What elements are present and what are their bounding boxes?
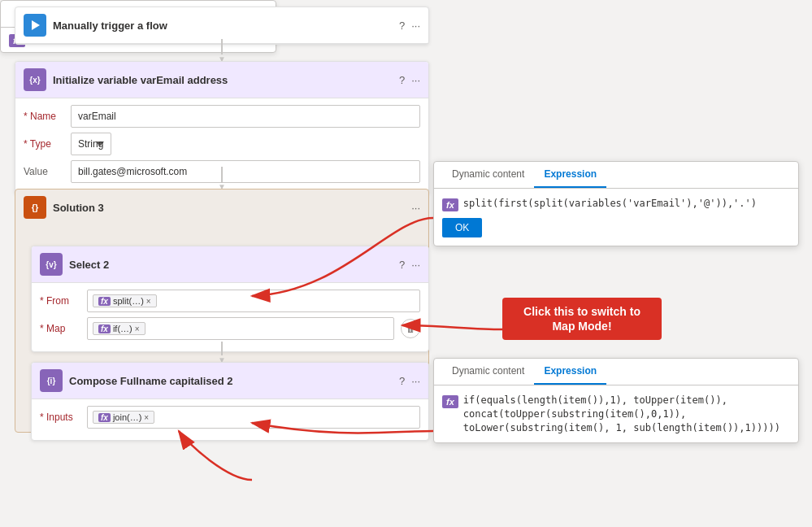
trigger-title: Manually trigger a flow: [53, 20, 393, 32]
inputs-label: * Inputs: [40, 412, 80, 423]
select2-more-icon[interactable]: ···: [411, 259, 420, 271]
type-label: * Type: [24, 138, 64, 150]
map-label: * Map: [40, 323, 80, 334]
init-help-icon[interactable]: ?: [399, 74, 405, 86]
connector-1: ▼: [218, 39, 226, 63]
solution-icon: {}: [24, 196, 46, 219]
inputs-token-close[interactable]: ×: [144, 413, 149, 422]
fx-badge-bottom: fx: [442, 395, 458, 408]
help-icon[interactable]: ?: [399, 20, 405, 32]
solution-title: Solution 3: [53, 202, 405, 214]
inputs-input[interactable]: fx join(…) ×: [87, 406, 420, 429]
tab-expression-bottom[interactable]: Expression: [534, 359, 606, 385]
from-token-close[interactable]: ×: [146, 297, 151, 306]
select2-title: Select 2: [69, 259, 393, 271]
select2-icon: {v}: [40, 253, 63, 276]
map-token: fx if(…) ×: [93, 322, 145, 335]
connector-3: ▼: [218, 342, 226, 364]
ok-button[interactable]: OK: [442, 218, 482, 237]
map-fx-badge: fx: [98, 324, 111, 333]
expression-top[interactable]: split(first(split(variables('varEmail'),…: [463, 197, 757, 211]
dynamic-panel-top: Dynamic content Expression fx split(firs…: [433, 161, 799, 246]
annotation-box: Click this to switch to Map Mode!: [502, 298, 662, 340]
map-delete-button[interactable]: 🗑: [401, 319, 420, 338]
inputs-fx-badge: fx: [98, 413, 111, 422]
name-input[interactable]: [71, 105, 420, 128]
select2-help-icon[interactable]: ?: [399, 259, 405, 271]
from-input[interactable]: fx split(…) ×: [87, 290, 420, 312]
trigger-icon: [24, 14, 46, 37]
expression-bottom: if(equals(length(item()),1), toUpper(ite…: [463, 394, 780, 434]
compose-icon: {i}: [40, 369, 63, 392]
map-token-close[interactable]: ×: [135, 324, 140, 333]
from-label: * From: [40, 295, 80, 307]
solution-more-icon[interactable]: ···: [411, 202, 420, 214]
compose-title: Compose Fullname capitalised 2: [69, 375, 393, 387]
from-token: fx split(…) ×: [93, 294, 157, 307]
init-more-icon[interactable]: ···: [411, 74, 420, 86]
select2-card: {v} Select 2 ? ··· * From fx split(…) × …: [31, 246, 429, 352]
from-fx-badge: fx: [98, 297, 111, 306]
init-var-title: Initialize variable varEmail address: [53, 74, 393, 86]
inputs-token: fx join(…) ×: [93, 411, 154, 424]
fx-badge-top: fx: [442, 198, 458, 211]
value-input[interactable]: [71, 160, 420, 183]
tab-expression-top[interactable]: Expression: [534, 162, 606, 188]
name-label: * Name: [24, 111, 64, 122]
tab-dynamic-content-bottom[interactable]: Dynamic content: [442, 359, 534, 385]
tab-dynamic-content-top[interactable]: Dynamic content: [442, 162, 534, 188]
compose-help-icon[interactable]: ?: [399, 375, 405, 387]
compose-card: {i} Compose Fullname capitalised 2 ? ···…: [31, 362, 429, 441]
compose-more-icon[interactable]: ···: [411, 375, 420, 387]
more-icon[interactable]: ···: [411, 20, 420, 32]
from-token-text: split(…): [113, 296, 144, 306]
connector-line-2: [221, 167, 223, 182]
value-label: Value: [24, 166, 64, 177]
map-token-text: if(…): [113, 324, 132, 333]
connector-line-3: [221, 342, 223, 355]
connector-2: ▼: [218, 167, 226, 191]
connector-line: [221, 39, 223, 54]
type-select[interactable]: String: [71, 133, 111, 155]
map-input[interactable]: fx if(…) ×: [87, 317, 394, 340]
inputs-token-text: join(…): [113, 412, 141, 422]
var-icon: {x}: [24, 68, 46, 91]
dynamic-panel-bottom: Dynamic content Expression fx if(equals(…: [433, 358, 799, 443]
